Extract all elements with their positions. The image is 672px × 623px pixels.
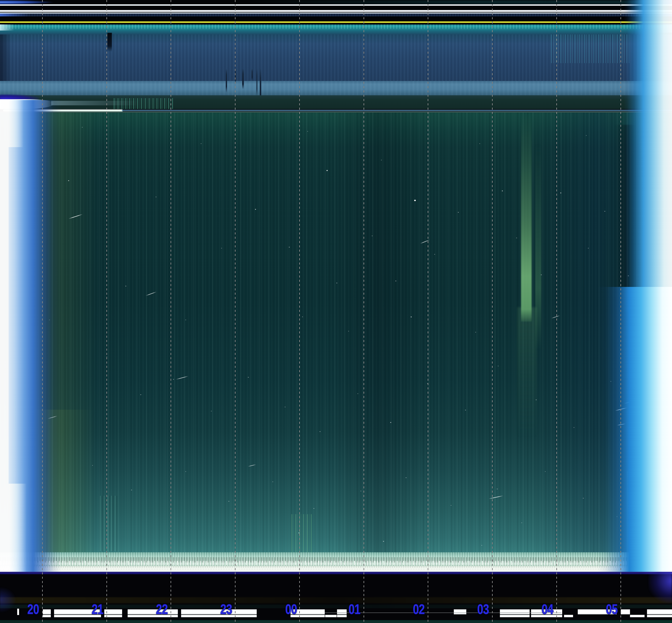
- hour-gridline: [556, 0, 557, 623]
- dark-drip: [226, 69, 227, 93]
- hour-label: 01: [348, 602, 360, 616]
- star: [156, 197, 156, 197]
- star: [604, 211, 605, 211]
- status-bar-segment: [500, 609, 529, 614]
- hour-gridline: [42, 0, 42, 623]
- steel-blue-band: [0, 81, 672, 95]
- hour-gridline: [106, 0, 107, 623]
- status-bar-segment: [43, 609, 51, 614]
- star: [307, 131, 308, 131]
- dawn-twilight-lower: [597, 287, 672, 572]
- scanline-white-2: [0, 10, 672, 12]
- top-left-blue-glow: [0, 0, 53, 4]
- bottom-left-blue-glow: [0, 587, 17, 613]
- status-bar-segment: [43, 615, 51, 617]
- star: [327, 170, 328, 171]
- dark-drip: [252, 69, 253, 80]
- navy-band-texture: [0, 13, 672, 17]
- hour-label: 00: [285, 602, 297, 616]
- star: [185, 471, 186, 472]
- top-teal-tint: [246, 0, 672, 4]
- star: [458, 212, 459, 212]
- star: [125, 286, 126, 286]
- hour-label: 21: [92, 602, 103, 616]
- scanline-white-1: [0, 4, 672, 6]
- status-bar-segment: [104, 615, 122, 617]
- star: [395, 281, 396, 281]
- status-bar-segment: [128, 609, 178, 614]
- hour-label: 05: [606, 602, 617, 616]
- pale-band-white-spikes: [0, 561, 672, 565]
- hour-gridline: [364, 0, 364, 623]
- hour-gridline: [171, 0, 171, 623]
- star: [545, 471, 546, 472]
- star: [497, 489, 498, 489]
- dusk-bottom-bright: [0, 484, 27, 572]
- star: [465, 410, 466, 410]
- star: [201, 144, 202, 144]
- vertical-texture-coarse: [0, 113, 672, 552]
- dark-drip: [242, 69, 244, 89]
- status-bar-segment: [325, 615, 337, 617]
- bottom-right-blue-glow: [648, 571, 672, 603]
- star: [211, 411, 212, 411]
- star: [406, 477, 406, 478]
- status-bar-segment: [647, 615, 672, 617]
- bottom-left-streaks: [100, 496, 117, 551]
- star: [319, 432, 320, 432]
- star: [414, 200, 416, 201]
- star: [289, 247, 290, 247]
- star: [390, 422, 391, 423]
- status-bar-segment: [104, 609, 122, 614]
- teal-band-speckle: [0, 24, 672, 29]
- star: [273, 482, 273, 482]
- hour-gridline: [428, 0, 428, 623]
- star: [541, 275, 542, 275]
- scanline-navy-band: [0, 13, 672, 17]
- bottom-teal-strip: [0, 620, 672, 623]
- hour-label: 03: [477, 602, 489, 616]
- hour-gridline: [299, 0, 300, 623]
- star: [516, 238, 517, 238]
- white-band-speckle: [0, 566, 672, 568]
- star: [221, 248, 222, 248]
- hour-gridline: [492, 0, 492, 623]
- star: [475, 332, 476, 332]
- horizon-pale-band: [0, 552, 672, 566]
- scanline-yellow: [0, 21, 672, 23]
- star: [228, 501, 229, 502]
- star: [285, 407, 285, 407]
- dark-transition-zone: [0, 95, 672, 109]
- dawn-twilight-upper: [624, 0, 672, 312]
- status-bar-segment: [454, 609, 466, 614]
- star: [140, 394, 141, 395]
- star: [82, 127, 83, 127]
- star: [255, 209, 256, 210]
- hour-gridline: [620, 0, 621, 623]
- status-bar-segment: [337, 609, 347, 614]
- white-band-extension: [51, 101, 139, 105]
- navy-band-left-glare: [0, 13, 35, 17]
- bottom-green-streaks: [291, 514, 312, 552]
- indigo-separator-line: [0, 572, 672, 574]
- star: [248, 377, 249, 378]
- star: [434, 254, 435, 255]
- star: [131, 490, 132, 490]
- dark-notch: [108, 33, 112, 52]
- star: [68, 180, 69, 181]
- star: [586, 135, 586, 136]
- status-bar-segment: [564, 615, 573, 617]
- star: [502, 190, 503, 191]
- teal-band-bright-left: [0, 24, 14, 31]
- star: [451, 505, 451, 506]
- dark-drip: [256, 69, 257, 96]
- dusk-top-bright: [0, 100, 24, 147]
- hour-gridline: [235, 0, 236, 623]
- status-bar-segment: [337, 615, 347, 617]
- star: [361, 491, 361, 491]
- keogram-image: 20212223000102030405: [0, 0, 672, 623]
- star: [173, 379, 174, 380]
- green-aurora-column: [521, 113, 532, 322]
- hour-label: 04: [542, 602, 553, 616]
- top-scanline-zone: [0, 0, 672, 24]
